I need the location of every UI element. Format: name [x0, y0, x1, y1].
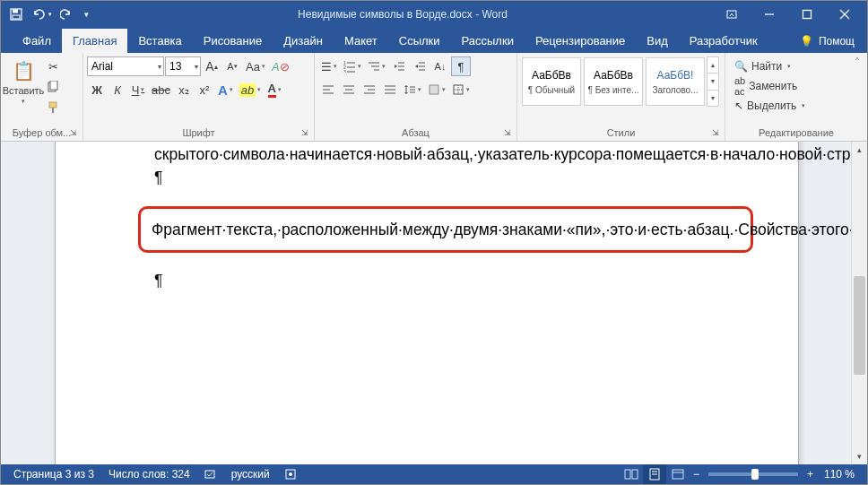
increase-indent-icon[interactable] — [410, 56, 430, 76]
svg-rect-10 — [49, 102, 56, 108]
style-normal[interactable]: АаБбВв ¶ Обычный — [522, 57, 581, 106]
tab-design[interactable]: Дизайн — [273, 29, 334, 53]
grow-font-icon[interactable]: A▴ — [202, 56, 221, 76]
svg-rect-2 — [13, 15, 20, 19]
text-effects-icon[interactable]: A▾ — [215, 80, 236, 100]
save-icon[interactable] — [4, 3, 28, 26]
shrink-font-icon[interactable]: A▾ — [222, 56, 242, 76]
read-mode-icon[interactable] — [620, 464, 643, 484]
borders-icon[interactable]: ▾ — [449, 80, 473, 100]
tab-file[interactable]: Файл — [12, 29, 62, 53]
document-viewport[interactable]: скрытого·символа·начинается·новый·абзац,… — [1, 142, 851, 464]
superscript-button[interactable]: x² — [195, 80, 214, 100]
scroll-down-icon[interactable]: ▾ — [852, 448, 867, 464]
editing-group-label: Редактирование — [759, 127, 834, 138]
language-indicator[interactable]: русский — [224, 468, 277, 481]
vertical-scrollbar[interactable]: ▴ ▾ — [851, 142, 867, 464]
minimize-icon[interactable] — [751, 1, 788, 28]
tab-view[interactable]: Вид — [636, 29, 679, 53]
font-name-combo[interactable]: Arial▾ — [87, 56, 164, 76]
word-count[interactable]: Число слов: 324 — [101, 468, 197, 481]
bullets-icon[interactable]: ☰▾ — [318, 56, 340, 76]
highlight-icon[interactable]: ab▾ — [237, 80, 264, 100]
tab-references[interactable]: Ссылки — [388, 29, 451, 53]
scroll-up-icon[interactable]: ▴ — [852, 142, 867, 158]
zoom-level[interactable]: 110 % — [817, 468, 862, 481]
style-nospacing[interactable]: АаБбВв ¶ Без инте... — [584, 57, 643, 106]
tell-me-label: Помощ — [819, 35, 855, 48]
document-page[interactable]: скрытого·символа·начинается·новый·абзац,… — [55, 142, 799, 464]
redo-icon[interactable] — [55, 3, 78, 26]
style-heading1[interactable]: АаБбВ! Заголово... — [646, 57, 705, 106]
zoom-out-button[interactable]: − — [690, 468, 703, 481]
tab-insert[interactable]: Вставка — [127, 29, 192, 53]
web-layout-icon[interactable] — [666, 464, 690, 484]
group-paragraph: ☰▾ 123▾ ▾ A↓ ¶ ▾ ▾ ▾ Абзац⇲ — [315, 53, 517, 141]
zoom-in-button[interactable]: + — [803, 468, 817, 481]
zoom-slider-knob[interactable] — [751, 469, 759, 480]
cut-icon[interactable]: ✂ — [43, 56, 63, 76]
tab-home[interactable]: Главная — [62, 29, 127, 53]
underline-button[interactable]: Ч▾ — [128, 80, 148, 100]
document-area: скрытого·символа·начинается·новый·абзац,… — [1, 142, 867, 464]
svg-rect-47 — [205, 471, 214, 478]
strikethrough-button[interactable]: abc — [149, 80, 173, 100]
multilevel-list-icon[interactable]: ▾ — [365, 56, 388, 76]
paragraph-dialog-icon[interactable]: ⇲ — [502, 128, 513, 139]
undo-icon[interactable]: ▾ — [30, 3, 53, 26]
page-indicator[interactable]: Страница 3 из 3 — [6, 468, 101, 481]
replace-button[interactable]: abacЗаменить — [731, 76, 809, 95]
paragraph-3[interactable]: Фрагмент·текста,·расположенный·между·дву… — [152, 218, 740, 241]
ribbon-options-icon[interactable] — [713, 1, 751, 28]
macro-icon[interactable] — [277, 468, 304, 481]
paste-label: Вставить — [3, 85, 45, 96]
shading-icon[interactable]: ▾ — [425, 80, 448, 100]
justify-icon[interactable] — [380, 80, 400, 100]
qat-customize-icon[interactable]: ▾ — [80, 3, 92, 26]
clipboard-dialog-icon[interactable]: ⇲ — [68, 128, 79, 139]
format-painter-icon[interactable] — [43, 98, 63, 117]
change-case-icon[interactable]: Aa▾ — [243, 56, 268, 76]
paragraph-2[interactable]: ¶ — [154, 166, 753, 189]
zoom-slider[interactable] — [708, 472, 798, 476]
font-dialog-icon[interactable]: ⇲ — [299, 128, 310, 139]
paste-button[interactable]: 📋 Вставить ▾ — [4, 56, 42, 107]
tab-layout[interactable]: Макет — [334, 29, 388, 53]
tell-me[interactable]: 💡 Помощ — [787, 30, 867, 53]
search-icon: 🔍 — [734, 60, 748, 73]
print-layout-icon[interactable] — [643, 464, 666, 484]
collapse-ribbon-icon[interactable]: ˄ — [849, 55, 865, 71]
tab-review[interactable]: Рецензирование — [525, 29, 636, 53]
styles-down-icon[interactable]: ▾ — [707, 74, 718, 90]
align-left-icon[interactable] — [318, 80, 338, 100]
bold-button[interactable]: Ж — [87, 80, 107, 100]
copy-icon[interactable] — [43, 77, 63, 97]
scroll-thumb[interactable] — [854, 276, 865, 375]
paragraph-4[interactable]: ¶ — [154, 269, 753, 292]
paragraph-1[interactable]: скрытого·символа·начинается·новый·абзац,… — [154, 143, 753, 166]
tab-mailings[interactable]: Рассылки — [451, 29, 525, 53]
decrease-indent-icon[interactable] — [389, 56, 409, 76]
font-size-combo[interactable]: 13▾ — [165, 56, 201, 76]
styles-more-icon[interactable]: ▾ — [707, 91, 718, 106]
tab-draw[interactable]: Рисование — [193, 29, 273, 53]
numbering-icon[interactable]: 123▾ — [341, 56, 364, 76]
styles-up-icon[interactable]: ▴ — [707, 57, 718, 74]
sort-icon[interactable]: A↓ — [430, 56, 450, 76]
select-button[interactable]: ↖Выделить▾ — [731, 96, 809, 115]
italic-button[interactable]: К — [108, 80, 127, 100]
find-button[interactable]: 🔍Найти▾ — [731, 56, 809, 75]
line-spacing-icon[interactable]: ▾ — [401, 80, 424, 100]
spellcheck-icon[interactable] — [197, 468, 224, 481]
svg-rect-43 — [430, 85, 438, 94]
align-center-icon[interactable] — [339, 80, 359, 100]
maximize-icon[interactable] — [788, 1, 826, 28]
show-marks-icon[interactable]: ¶ — [451, 56, 471, 76]
align-right-icon[interactable] — [360, 80, 379, 100]
clear-formatting-icon[interactable]: A⊘ — [269, 56, 292, 76]
subscript-button[interactable]: x₂ — [174, 80, 194, 100]
close-icon[interactable] — [826, 1, 864, 28]
font-color-icon[interactable]: A▾ — [265, 80, 284, 100]
styles-dialog-icon[interactable]: ⇲ — [710, 128, 721, 139]
tab-developer[interactable]: Разработчик — [679, 29, 768, 53]
